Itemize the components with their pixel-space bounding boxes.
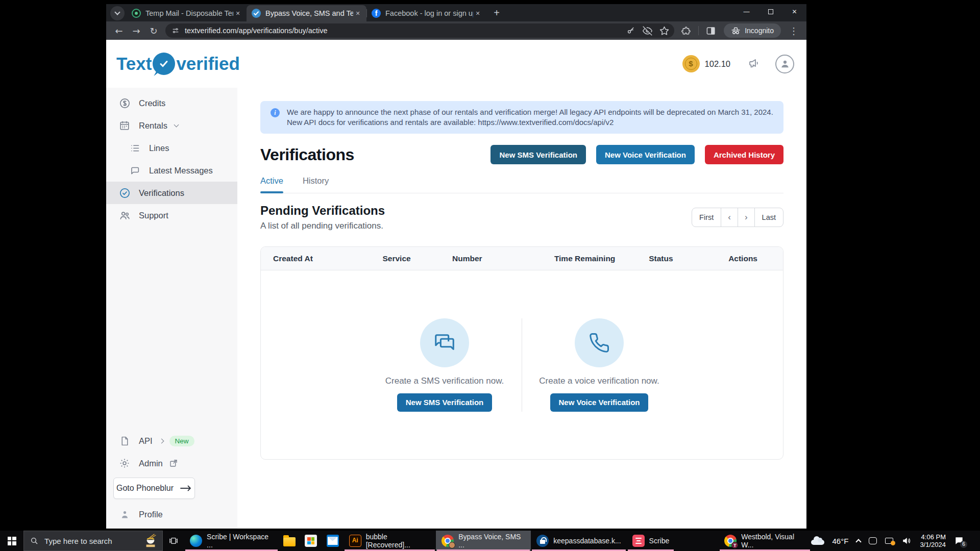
close-button[interactable]: ✕ xyxy=(782,4,806,19)
taskbar-app-chrome2[interactable]: T Westbold, Visual W... xyxy=(719,531,811,551)
speaker-icon[interactable] xyxy=(901,536,912,545)
sidebar-item-label: Admin xyxy=(139,459,163,468)
new-badge: New xyxy=(169,436,194,446)
tab-close-icon[interactable]: ✕ xyxy=(353,9,362,18)
sidebar-item-label: Verifications xyxy=(139,188,184,198)
table-header-time-remaining: Time Remaining xyxy=(554,254,649,263)
empty-voice-text: Create a voice verification now. xyxy=(539,376,659,386)
minimize-button[interactable]: — xyxy=(734,4,758,19)
taskbar-app-store[interactable] xyxy=(300,531,322,551)
sidebar-item-support[interactable]: Support xyxy=(106,204,237,227)
taskbar-app-label: Westbold, Visual W... xyxy=(741,533,805,549)
list-icon xyxy=(129,143,141,154)
site-settings-icon[interactable] xyxy=(172,27,180,35)
tab-tempmail[interactable]: Temp Mail - Disposable Tempo ✕ xyxy=(127,5,247,21)
clock-date: 3/1/2024 xyxy=(920,541,946,548)
credits-coin-icon[interactable]: $ xyxy=(682,55,700,72)
noodle-bowl-icon[interactable] xyxy=(143,533,158,548)
tab-search-button[interactable] xyxy=(110,6,125,20)
eye-off-icon[interactable] xyxy=(643,26,652,36)
table-header-number: Number xyxy=(452,254,554,263)
goto-phoneblur-button[interactable]: Goto Phoneblur xyxy=(113,478,195,499)
pagination-prev-button[interactable]: ‹ xyxy=(721,208,738,227)
new-voice-verification-button[interactable]: New Voice Verification xyxy=(596,145,695,164)
taskbar-app-scribe[interactable]: Scribe xyxy=(627,531,675,551)
tab-title: Temp Mail - Disposable Tempo xyxy=(145,9,233,17)
reload-button[interactable]: ↻ xyxy=(146,23,161,38)
taskbar-app-mail[interactable] xyxy=(322,531,343,551)
empty-sms-text: Create a SMS verification now. xyxy=(385,376,504,386)
sidebar-item-profile[interactable]: Profile xyxy=(106,503,237,525)
chrome-icon xyxy=(442,535,454,547)
archived-history-button[interactable]: Archived History xyxy=(705,145,783,164)
sidebar-item-lines[interactable]: Lines xyxy=(106,137,237,159)
chrome-profile-avatar xyxy=(449,542,455,548)
chrome-profile-t-avatar: T xyxy=(731,542,738,548)
tab-textverified[interactable]: Bypass Voice, SMS and Text Ver ✕ xyxy=(247,5,366,21)
tab-close-icon[interactable]: ✕ xyxy=(233,9,242,18)
address-bar[interactable]: textverified.com/app/verifications/buy/a… xyxy=(165,23,674,38)
pagination-next-button[interactable]: › xyxy=(738,208,754,227)
document-icon xyxy=(118,436,131,446)
back-button[interactable]: ← xyxy=(112,23,126,38)
sidebar-item-verifications[interactable]: Verifications xyxy=(106,182,237,204)
logo-text-second: verified xyxy=(176,54,240,74)
url-text[interactable]: textverified.com/app/verifications/buy/a… xyxy=(185,27,619,35)
side-panel-icon[interactable] xyxy=(706,26,716,36)
textverified-logo[interactable]: Text verified xyxy=(116,53,240,75)
textverified-favicon-icon xyxy=(252,9,261,18)
pagination-last-button[interactable]: Last xyxy=(754,208,783,227)
taskbar-app-keepass[interactable]: keepassdatabase.k... xyxy=(531,531,626,551)
taskbar-app-illustrator[interactable]: Ai bubble [Recovered]... xyxy=(344,531,436,551)
extensions-puzzle-icon[interactable] xyxy=(681,26,691,36)
arrow-right-icon xyxy=(180,485,192,492)
empty-new-sms-button[interactable]: New SMS Verification xyxy=(397,393,493,412)
forward-button[interactable]: → xyxy=(129,23,143,38)
tab-history[interactable]: History xyxy=(303,176,329,193)
sidebar-item-rentals[interactable]: Rentals xyxy=(106,114,237,137)
hidden-icons-chevron[interactable] xyxy=(856,539,862,544)
password-key-icon[interactable] xyxy=(626,26,635,35)
account-avatar[interactable] xyxy=(775,55,794,73)
empty-new-voice-button[interactable]: New Voice Verification xyxy=(550,393,649,412)
maximize-button[interactable] xyxy=(758,4,782,19)
task-view-button[interactable] xyxy=(163,531,184,551)
tab-facebook[interactable]: f Facebook - log in or sign up ✕ xyxy=(366,5,486,21)
cast-icon[interactable] xyxy=(885,538,893,544)
taskbar-clock[interactable]: 4:06 PM 3/1/2024 xyxy=(920,533,946,548)
taskbar-app-explorer[interactable] xyxy=(279,531,300,551)
taskbar-app-chrome[interactable]: Bypass Voice, SMS ... xyxy=(436,531,531,551)
taskbar-app-label: Bypass Voice, SMS ... xyxy=(458,533,525,549)
folder-icon xyxy=(283,537,296,546)
meet-now-icon[interactable] xyxy=(869,537,877,544)
sidebar-item-credits[interactable]: Credits xyxy=(106,92,237,114)
gear-icon xyxy=(118,458,131,469)
pagination-first-button[interactable]: First xyxy=(692,208,721,227)
store-icon xyxy=(305,535,317,547)
new-sms-verification-button[interactable]: New SMS Verification xyxy=(491,145,586,164)
action-center-icon[interactable]: 6 xyxy=(954,536,964,546)
tab-active[interactable]: Active xyxy=(260,176,283,193)
taskbar: Type here to search Scribe | Workspace .… xyxy=(0,531,980,551)
new-tab-button[interactable]: + xyxy=(489,6,504,20)
taskbar-app-edge[interactable]: Scribe | Workspace ... xyxy=(184,531,279,551)
sidebar-item-latest-messages[interactable]: Latest Messages xyxy=(106,159,237,182)
banner-line2[interactable]: New API docs for verifications and renta… xyxy=(287,117,773,128)
browser-window: Temp Mail - Disposable Tempo ✕ Bypass Vo… xyxy=(106,4,806,529)
search-icon xyxy=(30,537,38,545)
illustrator-icon: Ai xyxy=(349,535,361,547)
weather-temp[interactable]: 46°F xyxy=(832,537,849,545)
sidebar-item-admin[interactable]: Admin xyxy=(106,452,237,474)
bookmark-star-icon[interactable] xyxy=(659,26,669,36)
start-button[interactable] xyxy=(0,531,23,551)
weather-cloud-icon[interactable] xyxy=(811,540,824,545)
incognito-badge[interactable]: Incognito xyxy=(724,23,781,38)
logo-check-icon xyxy=(153,53,175,75)
site-header: Text verified $ 102.10 xyxy=(106,40,806,88)
announcements-megaphone-icon[interactable] xyxy=(748,58,761,70)
tab-close-icon[interactable]: ✕ xyxy=(473,9,482,18)
taskbar-search[interactable]: Type here to search xyxy=(23,531,163,551)
tempmail-favicon-icon xyxy=(132,9,141,18)
sidebar-item-api[interactable]: API New xyxy=(106,430,237,452)
menu-dots-icon[interactable]: ⋮ xyxy=(787,23,801,38)
